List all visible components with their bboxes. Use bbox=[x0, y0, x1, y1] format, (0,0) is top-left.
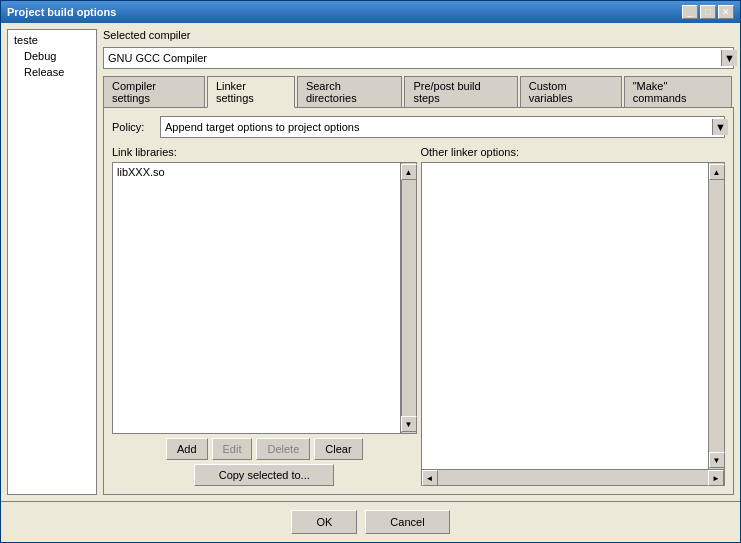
right-scrollbar-v: ▲ ▼ bbox=[709, 162, 725, 470]
title-bar: Project build options _ □ ✕ bbox=[1, 1, 740, 23]
policy-label: Policy: bbox=[112, 121, 154, 133]
scroll-down-button[interactable]: ▼ bbox=[401, 416, 417, 432]
link-libraries-buttons: Add Edit Delete Clear bbox=[112, 438, 417, 460]
sidebar-item-teste[interactable]: teste bbox=[10, 32, 94, 48]
compiler-dropdown[interactable]: GNU GCC Compiler ▼ bbox=[103, 47, 734, 69]
right-scroll-up-button[interactable]: ▲ bbox=[709, 164, 725, 180]
tab-compiler-settings[interactable]: Compiler settings bbox=[103, 76, 205, 108]
right-panel: Other linker options: ▲ bbox=[421, 146, 726, 486]
copy-selected-button[interactable]: Copy selected to... bbox=[194, 464, 334, 486]
titlebar-controls: _ □ ✕ bbox=[682, 5, 734, 19]
clear-button[interactable]: Clear bbox=[314, 438, 362, 460]
left-panel-scrollbar: ▲ ▼ bbox=[401, 162, 417, 434]
tab-custom-variables[interactable]: Custom variables bbox=[520, 76, 622, 108]
policy-row: Policy: Append target options to project… bbox=[112, 116, 725, 138]
edit-button[interactable]: Edit bbox=[212, 438, 253, 460]
main-window: Project build options _ □ ✕ teste Debug … bbox=[0, 0, 741, 543]
window-content: teste Debug Release Selected compiler GN… bbox=[1, 23, 740, 501]
minimize-button[interactable]: _ bbox=[682, 5, 698, 19]
right-scrollbar-h: ◄ ► bbox=[421, 470, 726, 486]
compiler-section: Selected compiler bbox=[103, 29, 734, 41]
delete-button[interactable]: Delete bbox=[256, 438, 310, 460]
right-scroll-left-button[interactable]: ◄ bbox=[422, 470, 438, 486]
sidebar-item-release[interactable]: Release bbox=[10, 64, 94, 80]
close-button[interactable]: ✕ bbox=[718, 5, 734, 19]
left-panel: Link libraries: libXXX.so ▲ bbox=[112, 146, 417, 486]
window-title: Project build options bbox=[7, 6, 116, 18]
ok-button[interactable]: OK bbox=[291, 510, 357, 534]
other-linker-inner: ▲ ▼ bbox=[421, 162, 726, 470]
scroll-up-button[interactable]: ▲ bbox=[401, 164, 417, 180]
cancel-button[interactable]: Cancel bbox=[365, 510, 449, 534]
tab-content: Policy: Append target options to project… bbox=[103, 107, 734, 495]
footer-bar: OK Cancel bbox=[1, 501, 740, 542]
tab-linker-settings[interactable]: Linker settings bbox=[207, 76, 295, 108]
policy-dropdown[interactable]: Append target options to project options… bbox=[160, 116, 725, 138]
main-panel: Selected compiler GNU GCC Compiler ▼ Com… bbox=[103, 29, 734, 495]
two-panel: Link libraries: libXXX.so ▲ bbox=[112, 146, 725, 486]
link-libraries-label: Link libraries: bbox=[112, 146, 417, 158]
sidebar: teste Debug Release bbox=[7, 29, 97, 495]
tabs-section: Compiler settings Linker settings Search… bbox=[103, 75, 734, 495]
link-libraries-list[interactable]: libXXX.so bbox=[112, 162, 401, 434]
policy-dropdown-arrow[interactable]: ▼ bbox=[712, 119, 728, 135]
sidebar-item-debug[interactable]: Debug bbox=[10, 48, 94, 64]
tab-search-directories[interactable]: Search directories bbox=[297, 76, 403, 108]
other-linker-wrapper: ▲ ▼ ◄ bbox=[421, 162, 726, 486]
right-scroll-down-button[interactable]: ▼ bbox=[709, 452, 725, 468]
other-linker-label: Other linker options: bbox=[421, 146, 726, 158]
tab-make-commands[interactable]: "Make" commands bbox=[624, 76, 732, 108]
tabs-bar: Compiler settings Linker settings Search… bbox=[103, 75, 734, 107]
h-scrollbar-track[interactable] bbox=[438, 470, 709, 485]
compiler-label: Selected compiler bbox=[103, 29, 190, 41]
other-linker-list[interactable] bbox=[421, 162, 710, 470]
add-button[interactable]: Add bbox=[166, 438, 208, 460]
right-scroll-right-button[interactable]: ► bbox=[708, 470, 724, 486]
list-item[interactable]: libXXX.so bbox=[115, 165, 398, 179]
compiler-dropdown-arrow[interactable]: ▼ bbox=[721, 50, 737, 66]
maximize-button[interactable]: □ bbox=[700, 5, 716, 19]
tab-pre-post-build[interactable]: Pre/post build steps bbox=[404, 76, 517, 108]
